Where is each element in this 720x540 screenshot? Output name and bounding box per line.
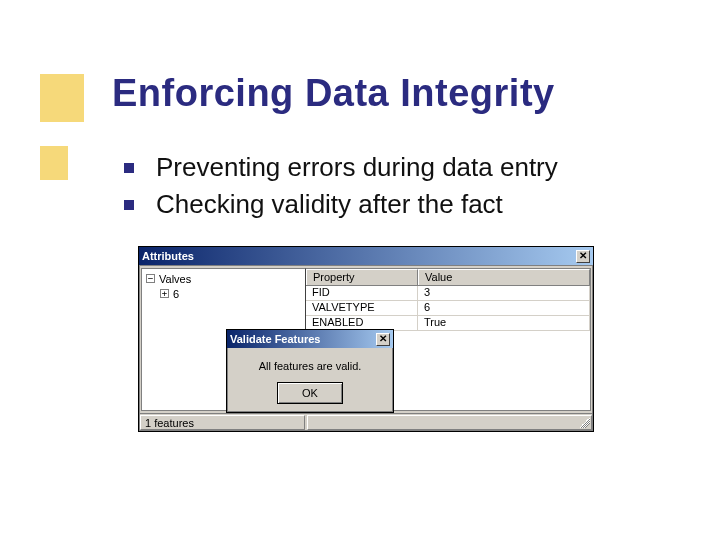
cell-value: 3 — [418, 286, 590, 301]
slide-title: Enforcing Data Integrity — [112, 72, 555, 115]
bullet-item: Preventing errors during data entry — [124, 152, 558, 183]
header-property[interactable]: Property — [306, 269, 418, 285]
cell-value: 6 — [418, 301, 590, 316]
bullet-text: Checking validity after the fact — [156, 189, 503, 220]
ok-button[interactable]: OK — [277, 382, 343, 404]
validate-title: Validate Features — [230, 333, 321, 345]
validate-titlebar[interactable]: Validate Features ✕ — [227, 330, 393, 348]
tree-child-label: 6 — [173, 288, 179, 300]
status-grip[interactable] — [307, 415, 592, 430]
tree-collapse-icon[interactable]: − — [146, 274, 155, 283]
attributes-title: Attributes — [142, 250, 194, 262]
bullet-square-icon — [124, 200, 134, 210]
table-row[interactable]: VALVETYPE 6 — [306, 301, 590, 316]
header-value[interactable]: Value — [418, 269, 590, 285]
accent-block-top — [40, 74, 84, 122]
status-bar: 1 features — [139, 413, 593, 431]
attributes-titlebar[interactable]: Attributes ✕ — [139, 247, 593, 265]
grid-header: Property Value — [306, 269, 590, 286]
close-icon[interactable]: ✕ — [576, 250, 590, 263]
tree-child[interactable]: + 6 — [160, 286, 301, 301]
cell-property: VALVETYPE — [306, 301, 418, 316]
accent-block-mid — [40, 146, 68, 180]
status-text: 1 features — [140, 415, 305, 430]
table-row[interactable]: FID 3 — [306, 286, 590, 301]
tree-root[interactable]: − Valves — [146, 271, 301, 286]
validate-message: All features are valid. — [227, 348, 393, 382]
bullet-text: Preventing errors during data entry — [156, 152, 558, 183]
cell-value: True — [418, 316, 590, 331]
bullet-item: Checking validity after the fact — [124, 189, 558, 220]
validate-dialog: Validate Features ✕ All features are val… — [226, 329, 394, 413]
tree-expand-icon[interactable]: + — [160, 289, 169, 298]
bullet-square-icon — [124, 163, 134, 173]
close-icon[interactable]: ✕ — [376, 333, 390, 346]
tree-root-label: Valves — [159, 273, 191, 285]
cell-property: FID — [306, 286, 418, 301]
bullet-list: Preventing errors during data entry Chec… — [124, 152, 558, 226]
